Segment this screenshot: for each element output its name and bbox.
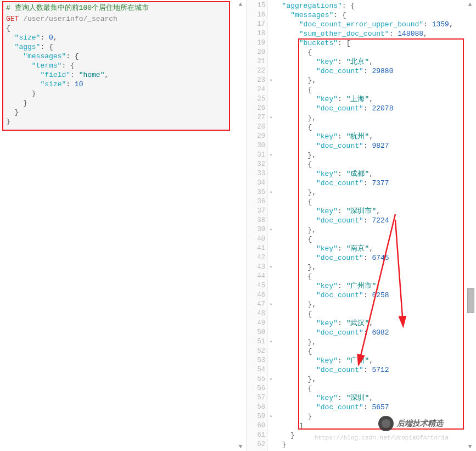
gutter-line: 20 — [247, 48, 267, 57]
code-line: "doc_count": 29880 — [273, 66, 453, 76]
gutter-line: 28 — [247, 123, 267, 132]
scroll-down-icon[interactable]: ▼ — [466, 443, 474, 450]
code-line: }, — [273, 76, 453, 85]
gutter-line: 32 — [247, 160, 267, 169]
code-line: { — [273, 123, 453, 132]
gutter-line: 17 — [247, 20, 267, 29]
gutter-line: 43▸ — [247, 263, 267, 272]
code-line: }, — [273, 375, 453, 384]
response-code[interactable]: "aggregations": { "messages": { "doc_cou… — [273, 1, 453, 449]
code-line: }, — [273, 188, 453, 197]
gutter-line: 61 — [247, 431, 267, 440]
gutter-line: 58 — [247, 403, 267, 412]
code-line: "doc_count": 6082 — [273, 328, 453, 337]
comment-line: # 查询人数最集中的前100个居住地所在城市 — [3, 2, 229, 13]
code-line: }, — [273, 113, 453, 123]
gutter-line: 45 — [247, 281, 267, 291]
line-gutter: 151617181920212223▸24252627▸28293031▸323… — [247, 0, 268, 451]
code-line: "size": 10 — [6, 80, 226, 89]
watermark-url: https://blog.csdn.net/UtopiaOfArtoria — [315, 435, 449, 441]
request-panel: ▲ # 查询人数最集中的前100个居住地所在城市 GET /user/useri… — [0, 0, 247, 451]
fold-icon[interactable]: ▸ — [268, 153, 273, 158]
fold-icon[interactable]: ▸ — [268, 115, 273, 120]
scroll-up-icon[interactable]: ▲ — [466, 1, 474, 8]
gutter-line: 39▸ — [247, 225, 267, 235]
code-line: "key": "北京", — [273, 57, 453, 66]
code-line: "size": 0, — [6, 33, 226, 42]
code-line: { — [273, 235, 453, 244]
code-line: } — [6, 89, 226, 98]
fold-icon[interactable]: ▸ — [268, 190, 273, 195]
gutter-line: 38 — [247, 216, 267, 225]
fold-icon[interactable]: ▸ — [268, 302, 273, 307]
gutter-line: 47▸ — [247, 300, 267, 309]
gutter-line: 27▸ — [247, 113, 267, 123]
http-method: GET — [6, 15, 19, 23]
gutter-line: 18 — [247, 29, 267, 38]
gutter-line: 26 — [247, 104, 267, 113]
code-line: "buckets": [ — [273, 38, 453, 48]
scroll-down-icon[interactable]: ▼ — [237, 443, 244, 450]
code-line: "key": "上海", — [273, 94, 453, 104]
gutter-line: 19 — [247, 38, 267, 48]
code-line: { — [273, 384, 453, 393]
code-line: "field": "home", — [6, 70, 226, 80]
watermark-text: 后端技术精选 — [397, 419, 443, 428]
gutter-line: 23▸ — [247, 76, 267, 85]
code-line: "doc_count": 7377 — [273, 179, 453, 188]
code-line: "key": "成都", — [273, 169, 453, 179]
code-line: { — [273, 309, 453, 319]
gutter-line: 59▸ — [247, 412, 267, 421]
code-line: }, — [273, 300, 453, 309]
gutter-line: 33 — [247, 169, 267, 179]
code-line: } — [273, 440, 453, 449]
fold-icon[interactable]: ▸ — [268, 78, 273, 83]
gutter-line: 44 — [247, 272, 267, 281]
fold-icon[interactable]: ▸ — [268, 414, 273, 419]
gutter-line: 16 — [247, 10, 267, 20]
code-line: }, — [273, 337, 453, 347]
gutter-line: 60 — [247, 421, 267, 431]
code-line: } — [6, 98, 226, 108]
code-line: "doc_count": 9827 — [273, 141, 453, 151]
gutter-line: 42 — [247, 253, 267, 263]
request-code[interactable]: GET /user/userinfo/_search { "size": 0, … — [3, 13, 229, 130]
code-line: "doc_count": 5657 — [273, 403, 453, 412]
gutter-line: 21 — [247, 57, 267, 66]
scrollbar-thumb[interactable] — [467, 288, 474, 313]
code-line: "key": "武汉", — [273, 319, 453, 328]
fold-icon[interactable]: ▸ — [268, 339, 273, 344]
code-line: "key": "深圳", — [273, 393, 453, 403]
gutter-line: 48 — [247, 309, 267, 319]
code-line: }, — [273, 263, 453, 272]
fold-icon[interactable]: ▸ — [268, 227, 273, 232]
code-line: "aggs": { — [6, 42, 226, 52]
fold-icon[interactable]: ▸ — [268, 265, 273, 270]
watermark-logo-icon — [378, 416, 394, 431]
gutter-line: 34 — [247, 179, 267, 188]
gutter-line: 30 — [247, 141, 267, 151]
gutter-line: 55▸ — [247, 375, 267, 384]
gutter-line: 31▸ — [247, 151, 267, 160]
code-line: "doc_count": 22078 — [273, 104, 453, 113]
gutter-line: 53 — [247, 356, 267, 365]
code-line: "messages": { — [6, 52, 226, 61]
gutter-line: 57 — [247, 393, 267, 403]
request-editor[interactable]: # 查询人数最集中的前100个居住地所在城市 GET /user/userinf… — [2, 1, 230, 131]
code-line: "key": "广州", — [273, 356, 453, 365]
code-line: "doc_count": 6258 — [273, 291, 453, 300]
code-line: "doc_count_error_upper_bound": 1359, — [273, 20, 453, 29]
fold-icon[interactable]: ▸ — [268, 377, 273, 382]
code-line: { — [273, 160, 453, 169]
scroll-up-icon[interactable]: ▲ — [237, 1, 244, 8]
code-line: "key": "广州市", — [273, 281, 453, 291]
code-line: { — [273, 85, 453, 94]
gutter-line: 40 — [247, 235, 267, 244]
gutter-line: 35▸ — [247, 188, 267, 197]
code-line: "key": "杭州", — [273, 132, 453, 141]
code-line: { — [273, 48, 453, 57]
gutter-line: 25 — [247, 94, 267, 104]
code-line: { — [273, 197, 453, 207]
response-panel: ▲ 151617181920212223▸24252627▸28293031▸3… — [247, 0, 476, 451]
gutter-line: 52 — [247, 347, 267, 356]
